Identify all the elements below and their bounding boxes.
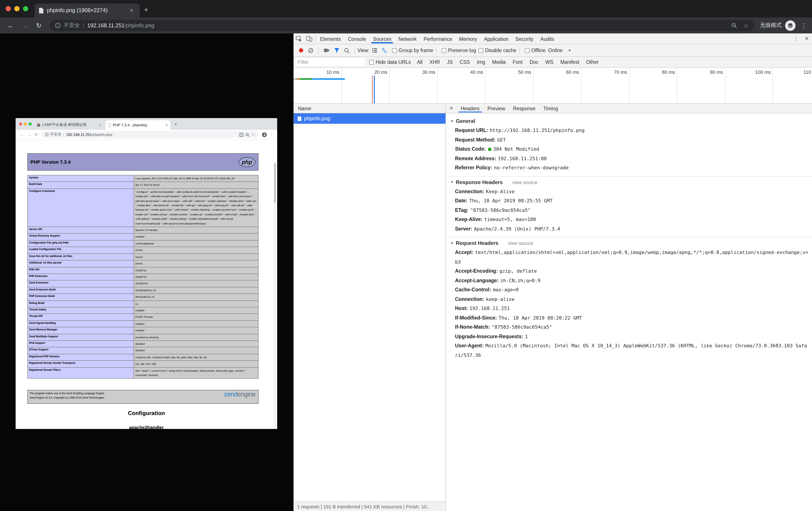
offline-label[interactable]: Offline — [531, 48, 546, 53]
row-value: (none) — [134, 261, 258, 267]
maximize-window-button[interactable] — [23, 6, 28, 11]
filter-pill[interactable]: CSS — [457, 59, 472, 65]
filter-pill[interactable]: XHR — [427, 59, 443, 65]
devtools-tab[interactable]: Audits — [537, 34, 558, 43]
devtools-tab[interactable]: Console — [344, 34, 370, 43]
back-button[interactable]: ← — [7, 22, 14, 29]
general-section-header[interactable]: ▼ General — [450, 118, 809, 124]
inner-forward-icon: → — [27, 132, 31, 137]
close-detail-icon[interactable]: ✕ — [446, 106, 457, 111]
bookmark-star-icon[interactable]: ☆ — [743, 22, 749, 29]
inner-tab-strip: LAMP平台集成·树明聊运维 ✕ PHP 7.3.4 - phpinfo() ✕… — [16, 118, 277, 130]
clear-icon[interactable] — [308, 48, 314, 53]
triangle-down-icon: ▼ — [450, 241, 454, 245]
name-column-header[interactable]: Name — [294, 104, 445, 113]
offline-checkbox[interactable] — [525, 48, 529, 53]
url-host: 192.168.11.251 — [87, 22, 124, 28]
page-favicon — [39, 8, 44, 13]
address-bar[interactable]: 不安全 192.168.11.251 /phpinfo.png ☆ — [50, 20, 754, 31]
filter-pill[interactable]: All — [414, 59, 425, 65]
inner-tab1-close-icon: ✕ — [98, 123, 101, 127]
request-row-selected[interactable]: phpinfo.png — [294, 113, 445, 124]
disable-cache-checkbox[interactable] — [478, 48, 484, 53]
filter-pill[interactable]: Doc — [527, 59, 541, 65]
filter-pill[interactable]: Img — [474, 59, 488, 65]
browser-menu-icon[interactable]: ⋮ — [801, 22, 807, 29]
devtools-tab[interactable]: Sources — [370, 34, 395, 43]
filter-pill[interactable]: Manifest — [558, 59, 582, 65]
browser-tab[interactable]: phpinfo.png (1908×2274) ✕ — [35, 3, 140, 17]
view-source-link[interactable]: view source — [508, 241, 533, 246]
search-icon[interactable] — [344, 48, 350, 53]
php-version-title: PHP Version 7.3.4 — [30, 159, 71, 165]
filter-pill[interactable]: JS — [444, 59, 456, 65]
inner-info-icon — [45, 133, 48, 136]
row-value: 20180731 — [134, 267, 258, 273]
new-tab-button[interactable]: + — [144, 6, 148, 14]
close-window-button[interactable] — [6, 6, 11, 11]
devtools-menu-icon[interactable]: ⋮ — [790, 35, 802, 42]
inspect-element-icon[interactable] — [296, 35, 302, 42]
minimize-window-button[interactable] — [14, 6, 20, 11]
inner-menu-icon: ⋮ — [270, 133, 273, 137]
disable-cache-label[interactable]: Disable cache — [485, 48, 516, 53]
detail-tab[interactable]: Timing — [540, 104, 562, 112]
incognito-icon[interactable] — [785, 20, 795, 31]
preserve-log-checkbox[interactable] — [441, 48, 446, 53]
devtools-tab[interactable]: Security — [512, 34, 537, 43]
group-by-frame-label[interactable]: Group by frame — [399, 48, 433, 53]
file-icon — [297, 116, 301, 121]
filter-icon[interactable] — [334, 48, 340, 53]
table-row: Registered PHP Streams compress.zlib, co… — [28, 354, 258, 361]
inner-toolbar: ← → ↻ 不安全 192.168.11.251 /phpinfo.php 文 — [16, 130, 277, 140]
tab-close-icon[interactable]: ✕ — [128, 7, 135, 14]
response-headers-section-header[interactable]: ▼ Response Headers view source — [450, 179, 809, 185]
reload-button[interactable]: ↻ — [36, 22, 41, 29]
row-value: './configure' '--prefix=/usr/local/php' … — [134, 189, 258, 227]
request-detail-panel: ✕ HeadersPreviewResponseTiming ▼ General… — [446, 104, 812, 511]
request-rows-view-icon[interactable] — [372, 48, 377, 53]
filter-pill[interactable]: WS — [543, 59, 556, 65]
detail-tab[interactable]: Response — [509, 104, 540, 112]
row-label: Debug Build — [28, 301, 134, 307]
filter-pill[interactable]: Other — [584, 59, 601, 65]
inner-tab-phpinfo: PHP 7.3.4 - phpinfo() ✕ — [106, 120, 171, 130]
request-headers-section-header[interactable]: ▼ Request Headers view source — [450, 240, 809, 246]
preserve-log-label[interactable]: Preserve log — [448, 48, 476, 53]
row-value: enabled — [134, 327, 258, 334]
devtools-tab[interactable]: Memory — [456, 34, 481, 43]
show-overview-icon[interactable] — [382, 48, 387, 53]
devtools-close-icon[interactable]: ✕ — [802, 35, 812, 42]
devtools-tab[interactable]: Network — [395, 34, 420, 43]
inner-url-path: /phpinfo.php — [92, 132, 112, 137]
tab-strip: phpinfo.png (1908×2274) ✕ + — [0, 0, 812, 17]
record-button[interactable] — [299, 48, 303, 53]
row-label: Thread API — [28, 314, 134, 320]
throttling-dropdown[interactable]: Online ▾ — [548, 48, 571, 53]
table-row: PHP Extension Build API20180731,TS — [28, 294, 258, 301]
row-label: Loaded Configuration File — [28, 247, 134, 253]
detail-tabs: HeadersPreviewResponseTiming — [457, 104, 562, 112]
device-toolbar-icon[interactable] — [306, 35, 312, 42]
filter-pill[interactable]: Media — [490, 59, 509, 65]
zoom-out-icon[interactable] — [731, 23, 737, 28]
hide-data-urls-checkbox[interactable] — [369, 60, 374, 64]
detail-tab[interactable]: Preview — [484, 104, 509, 112]
devtools-tab[interactable]: Application — [481, 34, 512, 43]
timeline-overview[interactable]: 10 ms20 ms30 ms40 ms50 ms60 ms70 ms80 ms… — [294, 68, 812, 104]
hide-data-urls-label[interactable]: Hide data URLs — [376, 59, 411, 65]
row-label: Server API — [28, 227, 134, 233]
info-icon[interactable] — [55, 23, 60, 28]
devtools-tab[interactable]: Elements — [317, 34, 344, 43]
view-source-link[interactable]: view source — [512, 180, 538, 185]
capture-screenshots-icon[interactable] — [324, 48, 330, 53]
devtools-tab[interactable]: Performance — [420, 34, 456, 43]
group-by-frame-checkbox[interactable] — [392, 48, 397, 53]
row-label: Registered PHP Streams — [28, 354, 134, 360]
filter-pill[interactable]: Font — [510, 59, 525, 65]
detail-tab[interactable]: Headers — [457, 104, 484, 112]
header-line: ETag:"87583-586c9ac654ca5" — [455, 206, 809, 215]
row-label: Zend Memory Manager — [28, 327, 134, 334]
forward-button[interactable]: → — [22, 22, 28, 29]
filter-input[interactable] — [295, 58, 365, 66]
